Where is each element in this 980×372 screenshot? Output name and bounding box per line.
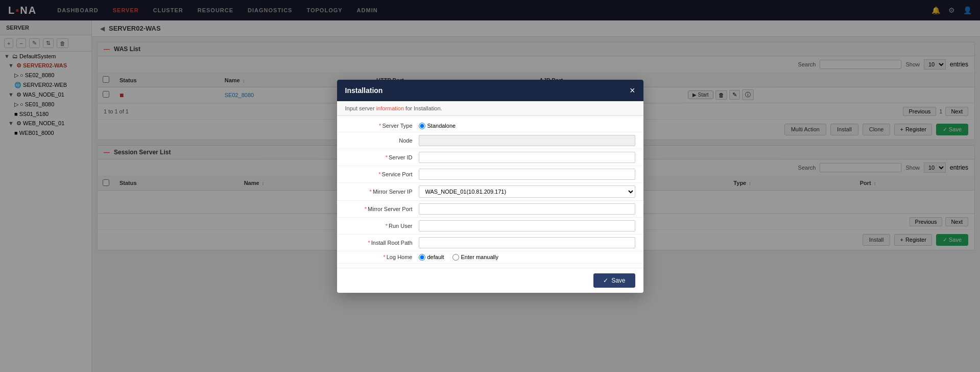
server-type-label: *Server Type xyxy=(337,123,419,129)
log-home-manual-radio[interactable] xyxy=(452,254,459,261)
log-home-radio-group: default Enter manually xyxy=(419,254,635,261)
modal-close-btn[interactable]: × xyxy=(630,86,635,95)
form-row-service-port: *Service Port 5180 xyxy=(337,166,643,183)
form-row-server-type: *Server Type Standalone xyxy=(337,120,643,132)
installation-modal: Installation × Input server information … xyxy=(337,80,643,293)
form-row-node: Node SERVER02-WAS xyxy=(337,132,643,149)
modal-info-bar: Input server information for Installatio… xyxy=(337,101,643,116)
service-port-input[interactable]: 5180 xyxy=(419,169,635,180)
run-user-label: *Run User xyxy=(337,223,419,229)
server-type-radio-group: Standalone xyxy=(419,123,635,129)
log-home-manual-label[interactable]: Enter manually xyxy=(452,254,498,261)
form-row-log-home: *Log Home default Enter manually xyxy=(337,251,643,264)
log-home-default-label[interactable]: default xyxy=(419,254,444,261)
server-id-input[interactable]: SS02_5180 xyxy=(419,152,635,163)
modal-header: Installation × xyxy=(337,80,643,101)
modal-info-highlight: information xyxy=(376,105,404,111)
node-label: Node xyxy=(337,137,419,144)
mirror-port-input[interactable]: 5180 xyxy=(419,203,635,215)
log-home-default-radio[interactable] xyxy=(419,254,425,261)
form-row-server-id: *Server ID SS02_5180 xyxy=(337,149,643,166)
modal-overlay[interactable]: Installation × Input server information … xyxy=(0,0,980,372)
mirror-port-label: *Mirror Server Port xyxy=(337,206,419,212)
modal-body: Input server information for Installatio… xyxy=(337,101,643,268)
modal-form: *Server Type Standalone Node SERVER02-WA… xyxy=(337,116,643,268)
form-row-mirror-port: *Mirror Server Port 5180 xyxy=(337,201,643,218)
modal-save-btn[interactable]: ✓ Save xyxy=(593,273,635,288)
mirror-ip-label: *Mirror Server IP xyxy=(337,189,419,195)
service-port-label: *Service Port xyxy=(337,171,419,177)
run-user-input[interactable]: lena xyxy=(419,220,635,231)
form-row-install-path: *Install Root Path /engn001/lena/servers xyxy=(337,235,643,251)
node-input: SERVER02-WAS xyxy=(419,135,635,146)
log-home-label: *Log Home xyxy=(337,254,419,260)
modal-footer: ✓ Save xyxy=(337,268,643,293)
install-path-input[interactable]: /engn001/lena/servers xyxy=(419,237,635,248)
mirror-ip-select[interactable]: WAS_NODE_01(10.81.209.171) xyxy=(419,185,635,198)
form-row-mirror-ip: *Mirror Server IP WAS_NODE_01(10.81.209.… xyxy=(337,183,643,201)
form-row-run-user: *Run User lena xyxy=(337,218,643,235)
check-icon-modal: ✓ xyxy=(603,277,608,284)
standalone-radio[interactable] xyxy=(419,123,425,129)
server-id-label: *Server ID xyxy=(337,154,419,160)
install-path-label: *Install Root Path xyxy=(337,240,419,246)
standalone-radio-label[interactable]: Standalone xyxy=(419,123,456,129)
modal-title: Installation xyxy=(345,86,383,95)
